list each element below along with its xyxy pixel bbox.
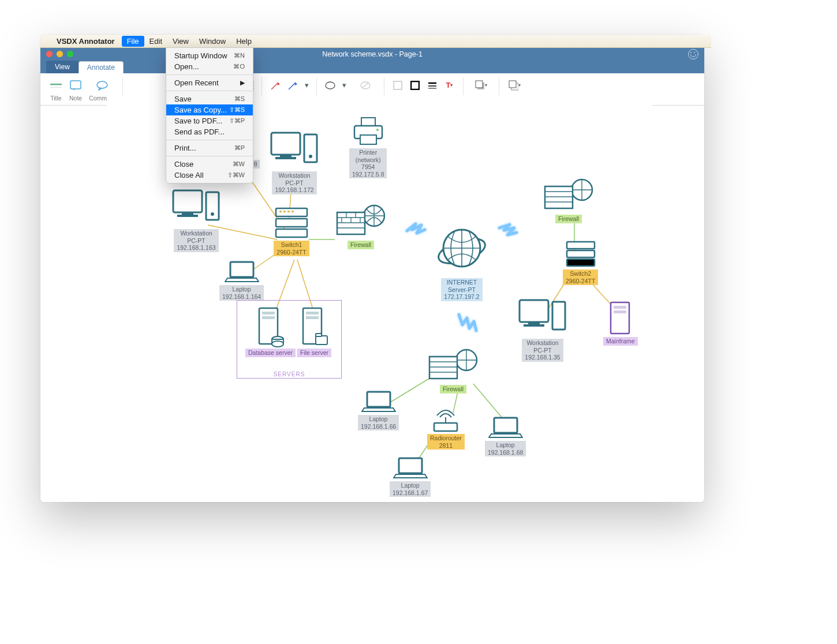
node-firewall-3[interactable]: Firewall — [427, 346, 479, 394]
minimize-window-icon[interactable] — [57, 51, 63, 57]
svg-rect-0 — [50, 84, 62, 85]
svg-line-10 — [289, 83, 296, 89]
svg-rect-99 — [429, 357, 457, 379]
shape-menu-icon[interactable]: ▾ — [341, 79, 347, 92]
switch-icon — [271, 205, 312, 239]
svg-rect-2 — [50, 87, 62, 88]
svg-rect-96 — [614, 306, 626, 309]
node-mainframe[interactable]: Mainframe — [603, 300, 638, 346]
order-icon[interactable]: ▾ — [508, 79, 521, 92]
node-laptop-164[interactable]: Laptop 192.168.1.164 — [219, 260, 264, 301]
menu-item-save-to-pdf[interactable]: Save to PDF...⇧⌘P — [166, 115, 253, 126]
tool-note[interactable]: Note — [66, 77, 85, 102]
svg-rect-67 — [360, 135, 376, 144]
svg-rect-53 — [287, 211, 290, 212]
comment-icon — [96, 79, 109, 92]
title-icon — [50, 79, 62, 92]
svg-point-68 — [376, 129, 379, 131]
node-radiorouter[interactable]: Radiorouter 2811 — [427, 407, 465, 450]
menu-item-send-as-pdf[interactable]: Send as PDF... — [166, 126, 253, 137]
node-laptop-68[interactable]: Laptop 192.168.1.68 — [485, 415, 526, 456]
firewall-icon — [427, 346, 479, 384]
svg-line-9 — [271, 83, 278, 89]
node-switch1[interactable]: Switch1 2960-24TT — [271, 205, 312, 256]
menu-item-print[interactable]: Print...⌘P — [166, 143, 253, 153]
svg-rect-93 — [524, 324, 544, 327]
workstation-icon — [268, 130, 320, 170]
menu-edit[interactable]: Edit — [144, 36, 167, 47]
node-printer[interactable]: Printer (network) 7954 192.172.5.8 — [349, 115, 387, 178]
menu-item-open-recent[interactable]: Open Recent▶ — [166, 77, 253, 88]
svg-rect-92 — [528, 322, 540, 324]
text-format-icon[interactable]: T▾ — [443, 79, 456, 92]
menu-item-startup-window[interactable]: Startup Window⌘N — [166, 50, 253, 61]
shape-icon[interactable] — [324, 79, 337, 92]
tab-view[interactable]: View — [46, 61, 79, 73]
node-switch2[interactable]: Switch2 2960-24TT — [563, 239, 598, 285]
node-laptop-67[interactable]: Laptop 192.168.1.67 — [390, 456, 431, 497]
firewall-icon — [335, 202, 387, 239]
node-firewall-2[interactable]: Firewall — [543, 176, 595, 223]
titlebar: Network scheme.vsdx - Page-1 — [40, 47, 704, 61]
workstation-icon — [170, 188, 222, 228]
app-name[interactable]: VSDX Annotator — [53, 37, 118, 46]
menu-view[interactable]: View — [167, 36, 194, 47]
node-firewall-1[interactable]: Firewall — [335, 202, 387, 249]
globe-icon — [433, 219, 491, 277]
arrow2-icon[interactable] — [286, 79, 299, 92]
shadow-icon[interactable]: ▾ — [474, 79, 487, 92]
svg-rect-20 — [476, 81, 483, 88]
workstation-icon — [517, 297, 569, 338]
laptop-icon — [361, 390, 396, 414]
svg-rect-37 — [271, 133, 300, 155]
node-file-server[interactable]: File server — [297, 306, 331, 357]
menu-item-save[interactable]: Save⌘S — [166, 93, 253, 104]
node-workstation-35[interactable]: Workstation PC-PT 192.168.1.35 — [517, 297, 569, 362]
switch-icon — [563, 239, 598, 268]
menu-item-close[interactable]: Close⌘W — [166, 159, 253, 170]
tool-title[interactable]: Title — [46, 77, 66, 102]
file-menu-dropdown: Startup Window⌘NOpen...⌘OOpen Recent▶Sav… — [166, 47, 253, 184]
close-window-icon[interactable] — [46, 51, 53, 57]
svg-rect-89 — [567, 250, 595, 257]
menu-item-save-as-copy[interactable]: Save as Copy...⇧⌘S — [166, 104, 253, 115]
svg-rect-15 — [411, 81, 419, 89]
svg-rect-22 — [509, 81, 516, 88]
menu-item-open[interactable]: Open...⌘O — [166, 61, 253, 72]
menu-help[interactable]: Help — [231, 36, 257, 47]
svg-rect-1 — [50, 85, 62, 86]
zoom-window-icon[interactable] — [67, 51, 73, 57]
menu-window[interactable]: Window — [194, 36, 231, 47]
app-window: Network scheme.vsdx - Page-1 View Annota… — [40, 35, 704, 502]
line-icon[interactable] — [426, 79, 439, 92]
laptop-icon — [225, 260, 259, 284]
node-workstation-163[interactable]: Workstation PC-PT 192.168.1.163 — [170, 188, 222, 252]
node-workstation-172[interactable]: Workstation PC-PT 192.168.1.172 — [268, 130, 320, 194]
svg-point-75 — [272, 341, 283, 347]
svg-rect-14 — [394, 81, 402, 89]
arrow1-icon[interactable] — [269, 79, 282, 92]
tab-annotate[interactable]: Annotate — [79, 61, 124, 73]
feedback-icon[interactable] — [688, 49, 698, 59]
arrow-menu-icon[interactable]: ▾ — [304, 79, 309, 92]
stroke-icon[interactable] — [409, 79, 421, 92]
node-laptop-66[interactable]: Laptop 192.168.1.66 — [358, 390, 399, 430]
svg-rect-84 — [545, 186, 573, 208]
remove-icon — [359, 79, 372, 92]
menu-item-close-all[interactable]: Close All⇧⌘W — [166, 170, 253, 181]
laptop-icon — [393, 456, 428, 480]
svg-rect-90 — [567, 259, 595, 266]
svg-rect-51 — [279, 211, 282, 212]
window-title: Network scheme.vsdx - Page-1 — [40, 50, 704, 58]
menu-file[interactable]: File — [122, 36, 144, 47]
note-icon — [69, 79, 82, 92]
fill-icon[interactable] — [391, 79, 404, 92]
svg-rect-97 — [614, 310, 626, 313]
printer-icon — [351, 115, 386, 147]
svg-rect-103 — [367, 392, 390, 407]
firewall-icon — [543, 176, 595, 214]
node-internet[interactable]: INTERNET Server-PT 172.17.197.2 — [433, 219, 491, 301]
svg-rect-65 — [361, 118, 375, 126]
window-controls[interactable] — [46, 51, 73, 57]
node-database-server[interactable]: Database server — [245, 306, 296, 357]
